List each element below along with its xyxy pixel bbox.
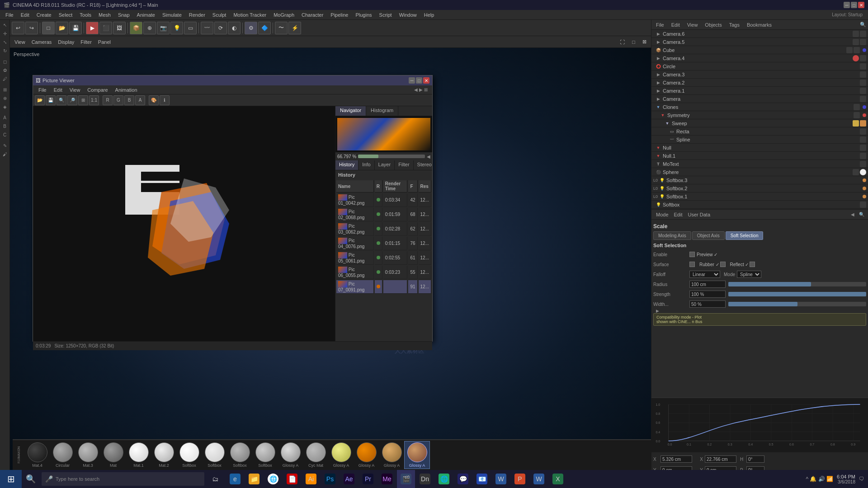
pv-window-controls[interactable]: ─ □ ✕ bbox=[409, 77, 429, 84]
history-row-5[interactable]: Pic 06_0055.png 0:03:23 55 12... bbox=[336, 266, 431, 279]
tb-cloner[interactable]: ⚙ bbox=[245, 22, 257, 34]
pv-tb-actual[interactable]: 1:1 bbox=[89, 95, 99, 105]
tb-lathe[interactable]: ◐ bbox=[228, 22, 241, 34]
tb-save[interactable]: 💾 bbox=[69, 22, 82, 34]
tool-model[interactable]: ◻ bbox=[1, 57, 9, 66]
pv-tb-lut[interactable]: 🎨 bbox=[149, 95, 159, 105]
strength-slider[interactable] bbox=[728, 292, 866, 296]
tag1[interactable] bbox=[860, 80, 866, 86]
obj-symmetry[interactable]: ▼ Symmetry bbox=[651, 111, 868, 119]
pv-close-button[interactable]: ✕ bbox=[423, 77, 429, 84]
pv-tb-save[interactable]: 💾 bbox=[46, 95, 56, 105]
prop-search[interactable]: 🔍 bbox=[857, 211, 866, 218]
info-tab[interactable]: Info bbox=[359, 160, 374, 170]
viewport-panel-menu[interactable]: Panel bbox=[95, 38, 113, 46]
menu-item-create[interactable]: Create bbox=[33, 11, 55, 19]
mat-item-softbox1[interactable]: Softbox bbox=[177, 441, 202, 469]
tag1[interactable] bbox=[860, 136, 866, 143]
cortana-icon[interactable]: 🔍 bbox=[22, 470, 40, 488]
tool-paint[interactable]: 🖊 bbox=[1, 75, 9, 83]
obj-tab-view[interactable]: View bbox=[684, 21, 701, 28]
stereo-tab[interactable]: Stereo bbox=[414, 160, 436, 170]
taskbar-app-edge[interactable]: e bbox=[226, 470, 244, 488]
tag1[interactable] bbox=[860, 71, 866, 78]
prop-tab-user-data[interactable]: User Data bbox=[685, 211, 713, 218]
tag1[interactable] bbox=[854, 104, 860, 110]
tb-object[interactable]: 📦 bbox=[130, 22, 142, 34]
obj-camera6[interactable]: ▶ Camera.6 bbox=[651, 30, 868, 38]
pv-tb-open[interactable]: 📂 bbox=[35, 95, 45, 105]
obj-tab-file[interactable]: File bbox=[653, 21, 667, 28]
pv-main-view[interactable]: ▶ bbox=[33, 106, 335, 341]
tool-select[interactable]: ↖ bbox=[1, 21, 9, 29]
tool-move[interactable]: ✛ bbox=[1, 29, 9, 38]
tb-camera[interactable]: 📷 bbox=[157, 22, 170, 34]
titlebar-controls[interactable]: ─ □ ✕ bbox=[844, 2, 864, 8]
enable-checkbox[interactable] bbox=[689, 252, 695, 257]
surface-checkbox[interactable] bbox=[689, 262, 695, 267]
mode-dropdown[interactable]: Spline Direct bbox=[737, 271, 761, 278]
taskbar-app-me[interactable]: Me bbox=[378, 470, 396, 488]
obj-camera2[interactable]: ▶ Camera.2 bbox=[651, 79, 868, 87]
history-row-1[interactable]: Pic 02_0068.png 0:01:59 68 12... bbox=[336, 208, 431, 221]
h-input[interactable] bbox=[746, 455, 764, 463]
tag1[interactable] bbox=[860, 63, 866, 70]
taskbar-app-excel[interactable]: X bbox=[549, 470, 567, 488]
tb-floor[interactable]: ▭ bbox=[184, 22, 197, 34]
taskbar-app-acrobat[interactable]: 📄 bbox=[283, 470, 301, 488]
tool-obj[interactable]: ◈ bbox=[1, 103, 9, 111]
pv-maximize-button[interactable]: □ bbox=[416, 77, 422, 84]
histogram-tab[interactable]: Histogram bbox=[366, 106, 398, 116]
start-button[interactable]: ⊞ bbox=[0, 470, 22, 488]
tool-brush[interactable]: 🖌 bbox=[1, 150, 9, 158]
pv-minimize-button[interactable]: ─ bbox=[409, 77, 415, 84]
close-button[interactable]: ✕ bbox=[858, 2, 864, 8]
tool-sculpt[interactable]: ✿ bbox=[1, 66, 9, 74]
pv-tb-zoom-out[interactable]: 🔎 bbox=[67, 95, 77, 105]
mat-item-softbox4[interactable]: Softbox bbox=[253, 441, 278, 469]
obj-null1[interactable]: ▼ Null.1 bbox=[651, 152, 868, 160]
taskbar-clock[interactable]: 6:04 PM 3/6/2018 bbox=[837, 474, 855, 484]
obj-clones[interactable]: ▼ Clones bbox=[651, 103, 868, 111]
tag1[interactable] bbox=[860, 161, 866, 167]
viewport-icon1[interactable]: ⛶ bbox=[617, 38, 627, 46]
taskbar-app-word[interactable]: W bbox=[492, 470, 510, 488]
mat-item-softbox2[interactable]: Softbox bbox=[202, 441, 227, 469]
pv-tb-fit[interactable]: ⊞ bbox=[78, 95, 88, 105]
menu-item-edit[interactable]: Edit bbox=[17, 11, 33, 19]
tb-light[interactable]: 💡 bbox=[170, 22, 183, 34]
menu-item-character[interactable]: Character bbox=[298, 11, 327, 19]
x-input[interactable] bbox=[660, 455, 692, 463]
history-row-0[interactable]: Pic 01_0042.png 0:03:34 42 12... bbox=[336, 193, 431, 207]
menu-item-help[interactable]: Help bbox=[420, 11, 438, 19]
filter-tab[interactable]: Filter bbox=[395, 160, 413, 170]
pv-menu-file[interactable]: File bbox=[35, 86, 50, 94]
tag2[interactable] bbox=[860, 39, 866, 45]
tool-b[interactable]: B bbox=[1, 122, 9, 130]
obj-softbox1[interactable]: L0 💡 Softbox.1 bbox=[651, 192, 868, 201]
viewport-display-menu[interactable]: Display bbox=[55, 38, 77, 46]
pv-menu-compare[interactable]: Compare bbox=[84, 86, 111, 94]
modeling-axis-button[interactable]: Modeling Axis bbox=[653, 231, 691, 240]
tag2[interactable] bbox=[860, 120, 866, 127]
spline-handle[interactable]: ▶ bbox=[653, 310, 866, 312]
menu-item-file[interactable]: File bbox=[2, 11, 17, 19]
history-row-6[interactable]: Pic 07_0091.png 91 12... bbox=[336, 280, 431, 294]
obj-circle[interactable]: ⭕ Circle bbox=[651, 62, 868, 70]
viewport-canvas[interactable]: Perspective 人人素材区 人人素材区 人人素材区 bbox=[10, 48, 651, 475]
menu-item-snap[interactable]: Snap bbox=[114, 11, 133, 19]
reflect-checkbox[interactable] bbox=[750, 262, 755, 267]
tag1[interactable] bbox=[860, 96, 866, 102]
obj-tab-edit[interactable]: Edit bbox=[669, 21, 683, 28]
menu-item-mesh[interactable]: Mesh bbox=[95, 11, 114, 19]
obj-cube[interactable]: 📦 Cube bbox=[651, 46, 868, 54]
tag1[interactable] bbox=[860, 153, 866, 159]
mat-item-glossy4[interactable]: Glossy A bbox=[379, 441, 404, 469]
mat-item-glossy3[interactable]: Glossy A bbox=[354, 441, 379, 469]
obj-sweep[interactable]: ▼ Sweep bbox=[651, 119, 868, 127]
menu-item-animate[interactable]: Animate bbox=[133, 11, 159, 19]
taskbar-app-ai[interactable]: Ai bbox=[302, 470, 320, 488]
obj-tab-tags[interactable]: Tags bbox=[726, 21, 742, 28]
tag1[interactable] bbox=[846, 47, 853, 53]
menu-item-script[interactable]: Script bbox=[376, 11, 396, 19]
